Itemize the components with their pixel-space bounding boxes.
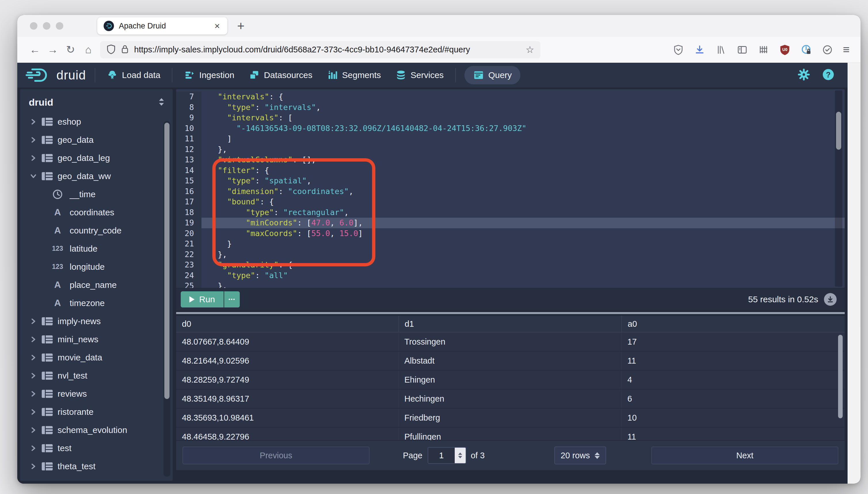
chevron-down-icon[interactable] bbox=[30, 173, 40, 179]
chevron-right-icon[interactable] bbox=[30, 318, 40, 325]
table-row[interactable]: 48.07667,8.64409Trossingen17 bbox=[176, 332, 845, 352]
sidebar-item-theta_test[interactable]: theta_test bbox=[20, 457, 173, 475]
chevron-right-icon[interactable] bbox=[30, 354, 40, 361]
chevron-right-icon[interactable] bbox=[30, 463, 40, 470]
column-header-a0[interactable]: a0 bbox=[621, 316, 845, 332]
back-icon[interactable]: ← bbox=[26, 44, 44, 56]
chevron-right-icon[interactable] bbox=[30, 336, 40, 343]
query-editor[interactable]: 7 "intervals": {8 "type": "intervals",9 … bbox=[176, 89, 845, 288]
window-minimize-button[interactable] bbox=[43, 22, 50, 30]
sidebar-item-geo_data_leg[interactable]: geo_data_leg bbox=[20, 149, 173, 167]
reload-icon[interactable]: ↻ bbox=[62, 43, 79, 56]
code-line-8[interactable]: 8 "type": "intervals", bbox=[176, 102, 845, 113]
sidebar-item-geo_data[interactable]: geo_data bbox=[20, 131, 173, 149]
sidebar-field-__time[interactable]: __time bbox=[20, 185, 173, 203]
page-spinner[interactable] bbox=[455, 448, 466, 463]
code-line-25[interactable]: 25 }, bbox=[176, 281, 845, 288]
library-icon[interactable] bbox=[715, 44, 727, 56]
run-button[interactable]: Run bbox=[181, 291, 224, 307]
nav-item-ingestion[interactable]: Ingestion bbox=[181, 70, 237, 81]
sidebar-item-schema_evolution[interactable]: schema_evolution bbox=[20, 421, 173, 439]
spinner-up-icon[interactable] bbox=[458, 453, 462, 455]
sidebar-field-latitude[interactable]: 123latitude bbox=[20, 240, 173, 258]
sidebar-item-geo_data_ww[interactable]: geo_data_ww bbox=[20, 167, 173, 185]
nav-item-datasources[interactable]: Datasources bbox=[246, 70, 315, 81]
new-tab-button[interactable]: + bbox=[237, 19, 245, 33]
tab-apache-druid[interactable]: Apache Druid × bbox=[97, 17, 227, 35]
sidebar-item-movie_data[interactable]: movie_data bbox=[20, 348, 173, 366]
privacy-vpn-icon[interactable] bbox=[801, 44, 812, 56]
chevron-right-icon[interactable] bbox=[30, 136, 40, 144]
nav-item-segments[interactable]: Segments bbox=[324, 70, 384, 81]
chevron-right-icon[interactable] bbox=[30, 118, 40, 125]
chevron-right-icon[interactable] bbox=[30, 391, 40, 397]
settings-gear-icon[interactable] bbox=[797, 68, 810, 82]
tracking-shield-icon[interactable] bbox=[107, 44, 116, 55]
sidebar-item-eshop[interactable]: eshop bbox=[20, 113, 173, 131]
window-close-button[interactable] bbox=[30, 22, 37, 30]
code-line-9[interactable]: 9 "intervals": [ bbox=[176, 113, 845, 123]
previous-page-button[interactable]: Previous bbox=[182, 446, 369, 464]
sidebar-field-coordinates[interactable]: Acoordinates bbox=[20, 203, 173, 221]
nav-item-query[interactable]: Query bbox=[464, 66, 521, 84]
table-scrollbar-thumb[interactable] bbox=[838, 335, 843, 418]
url-bar[interactable]: https://imply-sales.implycloud.com/druid… bbox=[100, 41, 540, 58]
table-row[interactable]: 48.28259,9.72749Ehingen4 bbox=[176, 370, 845, 390]
nav-item-load-data[interactable]: Load data bbox=[104, 70, 163, 81]
url-text[interactable]: https://imply-sales.implycloud.com/druid… bbox=[134, 45, 520, 54]
spinner-down-icon[interactable] bbox=[458, 456, 462, 458]
next-page-button[interactable]: Next bbox=[651, 446, 838, 464]
verified-check-icon[interactable] bbox=[822, 44, 833, 56]
page-scrollbar[interactable] bbox=[848, 63, 861, 483]
column-header-d1[interactable]: d1 bbox=[398, 316, 621, 332]
sidebar-item-ristorante[interactable]: ristorante bbox=[20, 403, 173, 421]
pocket-icon[interactable] bbox=[673, 44, 684, 56]
downloads-icon[interactable] bbox=[694, 44, 706, 56]
rows-per-page-select[interactable]: 20 rows bbox=[554, 446, 606, 464]
run-more-button[interactable]: ••• bbox=[224, 291, 240, 307]
column-header-d0[interactable]: d0 bbox=[176, 316, 398, 332]
table-row[interactable]: 48.35693,10.98461Friedberg10 bbox=[176, 408, 845, 428]
sidebar-scrollbar-thumb[interactable] bbox=[164, 122, 170, 399]
sidebar-item-nvl_test[interactable]: nvl_test bbox=[20, 366, 173, 385]
ublock-icon[interactable]: U0 bbox=[779, 44, 791, 56]
sidebar-field-country_code[interactable]: Acountry_code bbox=[20, 221, 173, 240]
editor-scrollbar-thumb[interactable] bbox=[836, 112, 841, 150]
chevron-right-icon[interactable] bbox=[30, 372, 40, 379]
sidebar-field-timezone[interactable]: Atimezone bbox=[20, 294, 173, 312]
page-number-input[interactable] bbox=[428, 448, 455, 463]
panel-splitter[interactable] bbox=[176, 312, 845, 314]
window-zoom-button[interactable] bbox=[56, 22, 63, 30]
druid-logo[interactable]: druid bbox=[25, 67, 86, 83]
table-row[interactable]: 48.46458,9.22796Pfullingen11 bbox=[176, 428, 845, 440]
download-results-icon[interactable] bbox=[824, 293, 837, 306]
bookmark-star-icon[interactable]: ☆ bbox=[525, 44, 534, 55]
sidebar-toggle-icon[interactable] bbox=[736, 44, 748, 56]
table-row[interactable]: 48.21644,9.02596Albstadt11 bbox=[176, 352, 845, 370]
tab-close-icon[interactable]: × bbox=[213, 21, 221, 31]
sort-double-caret-icon[interactable] bbox=[158, 98, 165, 107]
chevron-right-icon[interactable] bbox=[30, 408, 40, 415]
code-line-7[interactable]: 7 "intervals": { bbox=[176, 92, 845, 102]
help-icon[interactable]: ? bbox=[822, 68, 835, 82]
chevron-right-icon[interactable] bbox=[30, 445, 40, 452]
table-row[interactable]: 48.35149,8.96317Hechingen6 bbox=[176, 390, 845, 408]
chevron-right-icon[interactable] bbox=[30, 426, 40, 434]
sidebar-item-mini_news[interactable]: mini_news bbox=[20, 330, 173, 348]
chevron-right-icon[interactable] bbox=[30, 155, 40, 162]
lock-icon[interactable] bbox=[121, 44, 129, 55]
home-icon[interactable]: ⌂ bbox=[79, 44, 97, 56]
sidebar-field-longitude[interactable]: 123longitude bbox=[20, 258, 173, 276]
sidebar-item-imply-news[interactable]: imply-news bbox=[20, 312, 173, 330]
sidebar-item-reviews[interactable]: reviews bbox=[20, 385, 173, 403]
code-line-24[interactable]: 24 "type": "all" bbox=[176, 270, 845, 281]
nav-item-services[interactable]: Services bbox=[392, 70, 447, 81]
code-line-10[interactable]: 10 "-146136543-09-08T08:23:32.096Z/14614… bbox=[176, 123, 845, 134]
code-line-11[interactable]: 11 ] bbox=[176, 134, 845, 144]
menu-icon[interactable]: ≡ bbox=[843, 43, 850, 56]
forward-icon[interactable]: → bbox=[44, 44, 62, 56]
containers-icon[interactable] bbox=[758, 44, 769, 56]
sidebar-item-test[interactable]: test bbox=[20, 439, 173, 457]
code-line-12[interactable]: 12 }, bbox=[176, 144, 845, 155]
sidebar-field-place_name[interactable]: Aplace_name bbox=[20, 276, 173, 294]
